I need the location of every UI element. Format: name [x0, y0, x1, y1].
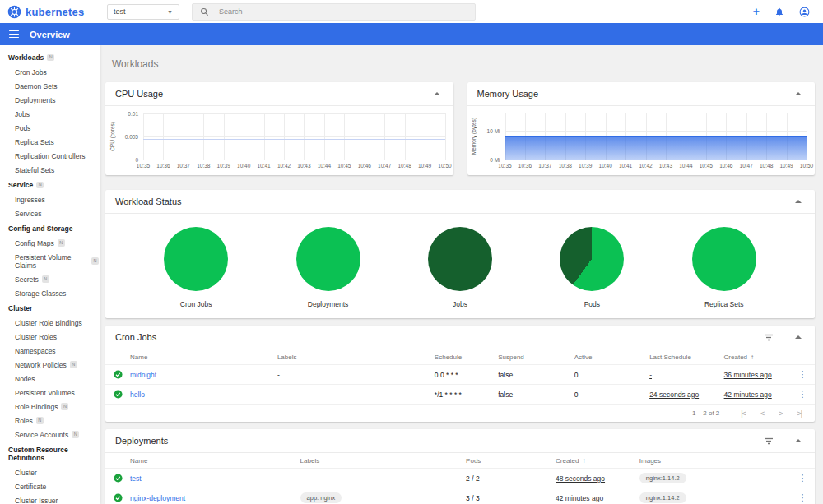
- kubernetes-logo[interactable]: kubernetes: [0, 5, 100, 19]
- x-tick-label: 10:43: [659, 163, 672, 169]
- prev-page-icon[interactable]: <: [760, 409, 764, 418]
- account-user-icon[interactable]: [799, 7, 810, 17]
- collapse-caret-icon[interactable]: [795, 439, 802, 442]
- row-menu-icon[interactable]: ⋮: [790, 474, 815, 483]
- col-created[interactable]: Created↑: [724, 354, 790, 361]
- sidebar-item-role-bindings[interactable]: Role BindingsN: [0, 400, 100, 414]
- sidebar-item-cluster-roles[interactable]: Cluster Roles: [0, 330, 100, 344]
- x-tick-label: 10:40: [237, 163, 250, 169]
- deployment-link[interactable]: test: [130, 474, 300, 483]
- sidebar-item-roles[interactable]: RolesN: [0, 414, 100, 428]
- next-page-icon[interactable]: >: [779, 409, 782, 418]
- sidebar-item-secrets[interactable]: SecretsN: [0, 272, 100, 286]
- cell-created[interactable]: 48 seconds ago: [556, 474, 605, 483]
- collapse-caret-icon[interactable]: [795, 200, 802, 203]
- search-input[interactable]: [219, 7, 467, 16]
- workload-pie: Jobs: [407, 227, 514, 308]
- col-labels[interactable]: Labels: [300, 457, 467, 465]
- filter-list-icon[interactable]: [764, 437, 774, 445]
- col-name[interactable]: Name: [130, 354, 277, 361]
- sidebar-item-crd-cluster-issuer[interactable]: Cluster Issuer: [0, 493, 100, 504]
- sidebar-item-nodes[interactable]: Nodes: [0, 372, 100, 386]
- sidebar-item-namespaces[interactable]: Namespaces: [0, 344, 100, 358]
- last-page-icon[interactable]: >|: [797, 409, 802, 418]
- sidebar-item-jobs[interactable]: Jobs: [0, 107, 100, 121]
- col-pods[interactable]: Pods: [466, 457, 556, 465]
- x-tick-label: 10:36: [518, 163, 532, 169]
- sidebar-item-replication-controllers[interactable]: Replication Controllers: [0, 149, 100, 163]
- pagination-range: 1 – 2 of 2: [692, 409, 719, 417]
- sidebar-item-cluster-role-bindings[interactable]: Cluster Role Bindings: [0, 316, 100, 330]
- gridline: [505, 160, 807, 160]
- notifications-bell-icon[interactable]: [774, 7, 784, 17]
- x-tick-label: 10:39: [217, 163, 230, 169]
- item-label: Cluster Issuer: [15, 497, 58, 504]
- cell-created[interactable]: 36 minutes ago: [724, 371, 772, 379]
- gridline: [143, 113, 445, 114]
- row-menu-icon[interactable]: ⋮: [790, 370, 815, 379]
- sidebar-item-cron-jobs[interactable]: Cron Jobs: [0, 65, 100, 79]
- cron-job-link[interactable]: hello: [130, 391, 277, 399]
- y-axis-title: CPU (cores): [109, 122, 115, 151]
- cell-last-schedule[interactable]: -: [649, 371, 652, 379]
- sidebar-item-config-maps[interactable]: Config MapsN: [0, 236, 100, 250]
- pie-label: Replica Sets: [704, 300, 744, 308]
- sidebar-item-services[interactable]: Services: [0, 206, 100, 220]
- x-tick-label: 10:44: [318, 163, 331, 169]
- item-label: Roles: [15, 417, 33, 425]
- row-menu-icon[interactable]: ⋮: [790, 493, 815, 502]
- filter-list-icon[interactable]: [764, 334, 774, 341]
- card-header: Workload Status: [105, 190, 815, 214]
- namespace-selector[interactable]: test ▼: [107, 4, 179, 20]
- menu-hamburger-icon[interactable]: [9, 30, 19, 39]
- col-last-schedule[interactable]: Last Schedule: [649, 354, 723, 361]
- sidebar-item-persistent-volumes[interactable]: Persistent Volumes: [0, 386, 100, 400]
- col-images[interactable]: Images: [639, 457, 790, 465]
- sidebar-item-replica-sets[interactable]: Replica Sets: [0, 135, 100, 149]
- cron-job-link[interactable]: midnight: [130, 371, 277, 379]
- sidebar-item-network-policies[interactable]: Network PoliciesN: [0, 358, 100, 372]
- cpu-plot-area: 10:3510:3610:3710:3810:3910:4010:4110:42…: [143, 113, 445, 160]
- item-label: Certificate: [15, 483, 46, 491]
- x-tick-label: 10:44: [679, 163, 692, 169]
- col-labels[interactable]: Labels: [277, 354, 435, 361]
- x-tick-label: 10:35: [137, 163, 150, 169]
- collapse-caret-icon[interactable]: [434, 92, 440, 95]
- item-label: Namespaces: [15, 347, 56, 355]
- sidebar-item-ingresses[interactable]: Ingresses: [0, 192, 100, 206]
- sidebar-item-crd-cluster[interactable]: Cluster: [0, 465, 100, 479]
- col-created[interactable]: Created↑: [556, 457, 639, 465]
- create-resource-button[interactable]: +: [753, 6, 760, 17]
- cell-last-schedule[interactable]: 24 seconds ago: [649, 391, 699, 399]
- item-label: Service Accounts: [15, 431, 68, 439]
- sidebar-item-daemon-sets[interactable]: Daemon Sets: [0, 79, 100, 93]
- col-schedule[interactable]: Schedule: [435, 354, 498, 361]
- sidebar-item-crd-certificate[interactable]: Certificate: [0, 479, 100, 493]
- cell-created[interactable]: 42 minutes ago: [556, 494, 603, 502]
- collapse-caret-icon[interactable]: [795, 92, 802, 95]
- cell-created[interactable]: 42 minutes ago: [724, 391, 772, 399]
- collapse-caret-icon[interactable]: [795, 335, 802, 339]
- row-menu-icon[interactable]: ⋮: [790, 390, 815, 399]
- item-label: Daemon Sets: [15, 82, 58, 90]
- sidebar-item-storage-classes[interactable]: Storage Classes: [0, 286, 100, 300]
- col-active[interactable]: Active: [574, 354, 649, 361]
- search-bar[interactable]: [192, 3, 476, 21]
- namespaced-badge: N: [72, 431, 79, 438]
- deployment-link[interactable]: nginx-deployment: [130, 494, 300, 502]
- sidebar-item-service-accounts[interactable]: Service AccountsN: [0, 428, 100, 442]
- sidebar-item-deployments[interactable]: Deployments: [0, 93, 100, 107]
- col-name[interactable]: Name: [130, 457, 300, 465]
- first-page-icon[interactable]: |<: [741, 409, 746, 418]
- sidebar-item-pods[interactable]: Pods: [0, 121, 100, 135]
- image-chip: nginx:1.14.2: [639, 492, 686, 504]
- col-suspend[interactable]: Suspend: [498, 354, 574, 361]
- sidebar-item-persistent-volume-claims[interactable]: Persistent Volume ClaimsN: [0, 250, 100, 272]
- header-actions: +: [753, 6, 823, 17]
- sidebar-section-workloads[interactable]: Workloads N: [0, 49, 100, 65]
- sidebar-section-service[interactable]: Service N: [0, 177, 100, 192]
- sidebar-item-stateful-sets[interactable]: Stateful Sets: [0, 163, 100, 177]
- workload-pie: Replica Sets: [671, 227, 778, 308]
- gridline: [143, 136, 445, 137]
- x-tick-label: 10:42: [639, 163, 652, 169]
